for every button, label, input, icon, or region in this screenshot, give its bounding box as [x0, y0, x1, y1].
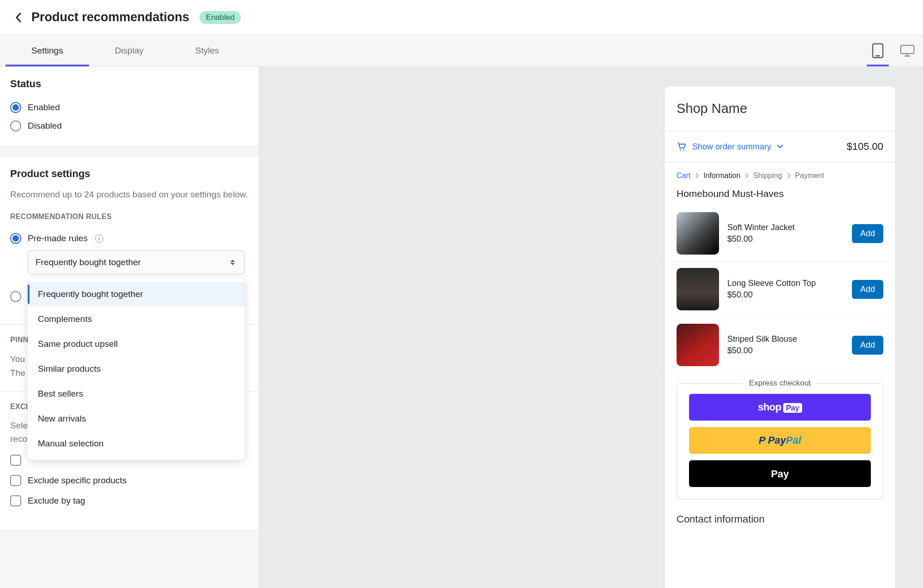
order-summary-label: Show order summary [692, 142, 771, 152]
exclusion-option-tag[interactable]: Exclude by tag [10, 491, 248, 511]
rules-select-wrapper: Frequently bought together Frequently bo… [28, 250, 245, 274]
product-settings-heading: Product settings [10, 168, 248, 180]
radio-input[interactable] [10, 291, 21, 302]
breadcrumb-information: Information [703, 172, 740, 180]
dropdown-item[interactable]: Similar products [28, 356, 245, 381]
status-option-disabled[interactable]: Disabled [10, 117, 248, 135]
add-button[interactable]: Add [852, 224, 883, 243]
product-name: Striped Silk Blouse [727, 334, 844, 344]
info-icon[interactable]: i [95, 234, 103, 243]
checkbox-label: Exclude specific products [28, 475, 126, 486]
chevron-left-icon [15, 12, 22, 23]
product-settings-description: Recommend up to 24 products based on you… [10, 188, 248, 202]
dropdown-item[interactable]: Best sellers [28, 381, 245, 406]
product-price: $50.00 [727, 290, 844, 300]
shop-pay-logo: shopPay [758, 401, 802, 413]
checkbox-input[interactable] [10, 455, 21, 466]
shop-name: Shop Name [677, 101, 883, 116]
radio-label: Disabled [28, 121, 62, 131]
product-price: $50.00 [727, 346, 844, 356]
radio-input[interactable] [10, 120, 21, 131]
dropdown-item[interactable]: New arrivals [28, 406, 245, 431]
product-row: Long Sleeve Cotton Top $50.00 Add [665, 261, 895, 317]
preview-area: Shop Name Show order summary $105.00 Car… [258, 67, 923, 588]
device-switch [870, 35, 915, 66]
chevron-right-icon [745, 173, 749, 178]
order-summary-toggle[interactable]: Show order summary [677, 142, 783, 152]
checkbox-label: Exclude by tag [28, 496, 85, 506]
express-checkout-section: Express checkout shopPay P PayPal Pay [677, 383, 883, 499]
apple-pay-button[interactable]: Pay [689, 460, 871, 487]
tab-styles[interactable]: Styles [169, 35, 245, 66]
radio-input[interactable] [10, 233, 21, 244]
order-summary-toggle-row: Show order summary $105.00 [665, 131, 895, 162]
rules-select-value: Frequently bought together [36, 257, 141, 267]
add-button[interactable]: Add [852, 280, 883, 299]
paypal-button[interactable]: P PayPal [689, 427, 871, 454]
tab-display[interactable]: Display [89, 35, 169, 66]
dropdown-item[interactable]: Complements [28, 307, 245, 332]
chevron-right-icon [787, 173, 791, 178]
status-option-enabled[interactable]: Enabled [10, 98, 248, 117]
dropdown-item[interactable]: Frequently bought together [28, 282, 245, 307]
select-arrows-icon [230, 258, 237, 267]
checkout-breadcrumb: Cart Information Shipping Payment [665, 162, 895, 184]
add-button[interactable]: Add [852, 336, 883, 355]
contact-information-heading: Contact information [665, 499, 895, 525]
product-name: Long Sleeve Cotton Top [727, 279, 844, 288]
chevron-down-icon [777, 144, 783, 149]
radio-label: Enabled [28, 102, 60, 113]
product-name: Soft Winter Jacket [727, 223, 844, 232]
page-title: Product recommendations [31, 10, 189, 24]
product-thumbnail [677, 212, 719, 255]
back-button[interactable] [13, 12, 24, 23]
breadcrumb-cart[interactable]: Cart [677, 172, 690, 180]
product-thumbnail [677, 324, 719, 366]
mobile-preview-frame: Shop Name Show order summary $105.00 Car… [665, 86, 895, 588]
product-thumbnail [677, 268, 719, 310]
rules-subheading: RECOMMENDATION RULES [10, 213, 248, 221]
status-heading: Status [10, 78, 248, 90]
dropdown-item[interactable]: Same product upsell [28, 332, 245, 356]
product-row: Striped Silk Blouse $50.00 Add [665, 317, 895, 373]
preview-shop-header: Shop Name [665, 86, 895, 131]
breadcrumb-payment: Payment [795, 172, 824, 180]
svg-point-5 [680, 149, 681, 151]
main-content: Status Enabled Disabled Product settings… [0, 67, 923, 588]
cart-icon [677, 142, 687, 152]
apple-pay-logo: Pay [771, 467, 789, 480]
rules-select[interactable]: Frequently bought together [28, 250, 245, 274]
checkbox-input[interactable] [10, 495, 21, 506]
breadcrumb-shipping: Shipping [753, 172, 782, 180]
page-header: Product recommendations Enabled [0, 0, 923, 35]
rules-dropdown: Frequently bought together Complements S… [28, 278, 245, 460]
svg-rect-2 [901, 45, 914, 53]
checkbox-input[interactable] [10, 475, 21, 486]
product-settings-panel: Product settings Recommend up to 24 prod… [0, 157, 258, 325]
recommendations-heading: Homebound Must-Haves [665, 184, 895, 206]
device-mobile-button[interactable] [870, 35, 885, 66]
product-price: $50.00 [727, 234, 844, 244]
radio-label: Pre-made rules [28, 233, 88, 244]
radio-input[interactable] [10, 102, 21, 113]
tabs: Settings Display Styles [6, 35, 245, 66]
mobile-icon [872, 43, 884, 59]
premade-rules-option[interactable]: Pre-made rules i [10, 229, 248, 248]
chevron-right-icon [695, 173, 699, 178]
order-summary-total: $105.00 [846, 141, 883, 153]
product-row: Soft Winter Jacket $50.00 Add [665, 206, 895, 261]
svg-point-6 [683, 149, 684, 151]
device-desktop-button[interactable] [900, 35, 915, 66]
settings-sidebar: Status Enabled Disabled Product settings… [0, 67, 258, 588]
status-panel: Status Enabled Disabled [0, 67, 258, 147]
dropdown-item[interactable]: Manual selection [28, 431, 245, 456]
product-info: Striped Silk Blouse $50.00 [727, 334, 844, 356]
desktop-icon [900, 44, 915, 58]
product-info: Soft Winter Jacket $50.00 [727, 223, 844, 244]
paypal-logo: P PayPal [759, 434, 801, 446]
exclusion-option-specific[interactable]: Exclude specific products [10, 470, 248, 491]
tab-settings[interactable]: Settings [6, 35, 89, 66]
shop-pay-button[interactable]: shopPay [689, 394, 871, 421]
express-checkout-label: Express checkout [743, 379, 817, 388]
product-info: Long Sleeve Cotton Top $50.00 [727, 279, 844, 300]
